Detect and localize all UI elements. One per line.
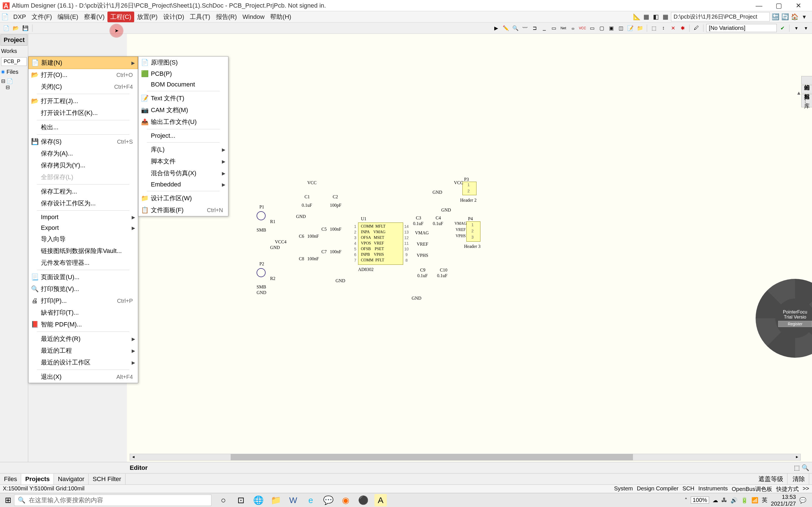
file-menu-item[interactable]: 🔍打印预览(V)... bbox=[29, 283, 138, 295]
battery-icon[interactable]: 🔋 bbox=[741, 497, 748, 504]
power-icon[interactable]: ⏛ bbox=[569, 24, 577, 32]
word-icon[interactable]: W bbox=[287, 494, 299, 506]
file-menu-item[interactable]: 📂打开(O)...Ctrl+O bbox=[29, 69, 138, 81]
file-menu-item[interactable]: 链接图纸到数据保险库Vault... bbox=[29, 245, 138, 257]
file-menu-item[interactable]: 📄新建(N)▶ bbox=[29, 57, 138, 69]
refresh-icon[interactable]: 🔄 bbox=[781, 13, 789, 21]
port-icon[interactable]: ▭ bbox=[550, 24, 558, 32]
bus-icon[interactable]: ⊐ bbox=[530, 24, 539, 32]
submenu-item[interactable]: 📝Text 文件(T) bbox=[139, 93, 228, 104]
sheet-icon[interactable]: ▢ bbox=[598, 24, 606, 32]
clock[interactable]: 13:53 2021/1/27 bbox=[771, 494, 796, 507]
nav-icon[interactable]: ▶ bbox=[492, 24, 500, 32]
submenu-item[interactable]: 脚本文件▶ bbox=[139, 156, 228, 167]
nav-back-icon[interactable]: 🔙 bbox=[771, 13, 779, 21]
submenu-item[interactable]: 📷CAM 文档(M) bbox=[139, 104, 228, 116]
altium-icon[interactable]: A bbox=[374, 494, 387, 506]
clear-button[interactable]: 清除 bbox=[789, 473, 809, 485]
sound-icon[interactable]: 🔊 bbox=[730, 497, 738, 504]
dir-icon[interactable]: 📁 bbox=[636, 24, 644, 32]
notifications-icon[interactable]: 💬 bbox=[799, 497, 806, 504]
ie-icon[interactable]: e bbox=[305, 494, 317, 506]
file-menu-item[interactable]: 保存工程为... bbox=[29, 186, 138, 198]
files-radio[interactable] bbox=[1, 70, 5, 74]
taskview-icon[interactable]: ⊡ bbox=[235, 494, 247, 506]
submenu-item[interactable]: 库(L)▶ bbox=[139, 144, 228, 156]
bot-tab-navigator[interactable]: Navigator bbox=[54, 474, 89, 485]
start-button[interactable]: ⊞ bbox=[2, 494, 14, 506]
radial-widget[interactable]: PointerFocu Trial Versio Register bbox=[756, 279, 812, 358]
close-button[interactable]: ✕ bbox=[793, 1, 804, 10]
schematic-canvas[interactable]: VCC C1 0.1uF C2 100pF GND P1 SMB R1 P2 S… bbox=[127, 34, 812, 470]
submenu-item[interactable]: 混合信号仿真(X)▶ bbox=[139, 167, 228, 179]
menu-window[interactable]: Window bbox=[240, 12, 267, 22]
pencil-icon[interactable]: ✏️ bbox=[502, 24, 510, 32]
check-icon[interactable]: ✔ bbox=[778, 24, 786, 32]
net-icon[interactable]: ⎯ bbox=[540, 24, 548, 32]
project-tree[interactable]: ⊟ 📄 ⊟ bbox=[0, 77, 28, 92]
status-shortcuts[interactable]: 快捷方式 bbox=[776, 485, 799, 492]
file-menu-item[interactable]: 保存设计工作区为... bbox=[29, 198, 138, 209]
menu-design[interactable]: 设计(D) bbox=[160, 11, 187, 22]
status-more[interactable]: >> bbox=[803, 485, 809, 492]
doc-tab[interactable]: PCB_P bbox=[1, 57, 27, 66]
status-instruments[interactable]: Instruments bbox=[698, 485, 728, 492]
workspace-row[interactable]: Works bbox=[0, 46, 28, 56]
menu-tools[interactable]: 工具(T) bbox=[187, 11, 213, 22]
file-menu-item[interactable]: 📕智能 PDF(M)... bbox=[29, 319, 138, 330]
vtab-clipboard[interactable]: 剪贴板 bbox=[801, 85, 812, 94]
submenu-item[interactable]: 📤输出工作文件(U) bbox=[139, 116, 228, 128]
horizontal-scrollbar[interactable]: ◂ ▸ bbox=[130, 454, 801, 460]
file-menu-item[interactable]: 最近的设计工作区▶ bbox=[29, 356, 138, 369]
tray-up-icon[interactable]: ˄ bbox=[684, 497, 688, 504]
submenu-item[interactable]: 📁设计工作区(W) bbox=[139, 192, 228, 204]
network-icon[interactable]: 🖧 bbox=[721, 497, 727, 503]
move-icon[interactable]: ↕ bbox=[659, 24, 667, 32]
color-icon[interactable]: 🖊 bbox=[693, 24, 700, 32]
submenu-item[interactable]: 🟩PCB(P) bbox=[139, 68, 228, 79]
app-icon[interactable]: ◉ bbox=[340, 494, 352, 506]
menu-project[interactable]: 工程(C) bbox=[107, 11, 134, 22]
file-menu-item[interactable]: 保存拷贝为(Y)... bbox=[29, 159, 138, 171]
home-icon[interactable]: 🏠 bbox=[791, 13, 799, 21]
del-icon[interactable]: ✕ bbox=[669, 24, 677, 32]
menu-report[interactable]: 报告(R) bbox=[213, 11, 240, 22]
menu-edit[interactable]: 编辑(E) bbox=[55, 11, 81, 22]
file-menu-item[interactable]: 退出(X)Alt+F4 bbox=[29, 371, 138, 383]
tool-icon[interactable]: ▦ bbox=[642, 13, 650, 21]
explorer-icon[interactable]: 📁 bbox=[269, 494, 282, 506]
part-icon[interactable]: ▭ bbox=[588, 24, 596, 32]
file-menu-item[interactable]: 缺省打印(T)... bbox=[29, 307, 138, 319]
save-icon[interactable]: 💾 bbox=[21, 24, 29, 32]
file-menu-item[interactable]: 全部保存(L) bbox=[29, 171, 138, 183]
menu-file[interactable]: 文件(F) bbox=[29, 11, 55, 22]
windows-search[interactable]: 🔍 在这里输入你要搜索的内容 bbox=[14, 495, 211, 506]
file-menu-item[interactable]: 🖨打印(P)...Ctrl+P bbox=[29, 295, 138, 307]
zoom-label[interactable]: 100% bbox=[691, 497, 709, 504]
cross-icon[interactable]: ✱ bbox=[679, 24, 687, 32]
file-menu-item[interactable]: 最近的文件(R)▶ bbox=[29, 333, 138, 345]
path-input[interactable]: D:\pcb设计\1月26日\PCB_Project bbox=[671, 12, 770, 21]
cfg-icon[interactable]: ▾ bbox=[792, 24, 800, 32]
submenu-item[interactable]: Embedded▶ bbox=[139, 179, 228, 190]
radial-register-button[interactable]: Register bbox=[778, 321, 812, 327]
mask-level-button[interactable]: 遮盖等级 bbox=[755, 473, 788, 485]
panel-icons[interactable]: ⬚ 🔍 bbox=[794, 464, 809, 471]
vscroll-up-icon[interactable]: ▲ bbox=[796, 90, 801, 96]
file-menu-item[interactable]: Export▶ bbox=[29, 223, 138, 233]
vcc-icon[interactable]: VCC bbox=[578, 24, 587, 32]
sheet2-icon[interactable]: ▣ bbox=[607, 24, 615, 32]
note-icon[interactable]: 📝 bbox=[626, 24, 635, 32]
new-icon[interactable]: 📄 bbox=[2, 24, 10, 32]
menu-help[interactable]: 帮助(H) bbox=[267, 11, 294, 22]
cfg-icon[interactable]: ▾ bbox=[802, 24, 810, 32]
obs-icon[interactable]: ⚫ bbox=[357, 494, 369, 506]
bot-tab-files[interactable]: Files bbox=[0, 474, 21, 485]
onedrive-icon[interactable]: ☁ bbox=[712, 497, 718, 504]
tool-icon[interactable]: 📐 bbox=[633, 13, 641, 21]
vtab-library[interactable]: 库... bbox=[801, 94, 812, 107]
minimize-button[interactable]: — bbox=[753, 1, 765, 10]
menu-icon[interactable]: ▾ bbox=[800, 13, 808, 21]
file-menu-item[interactable]: 📃页面设置(U)... bbox=[29, 271, 138, 283]
variations-dropdown[interactable] bbox=[706, 24, 777, 32]
